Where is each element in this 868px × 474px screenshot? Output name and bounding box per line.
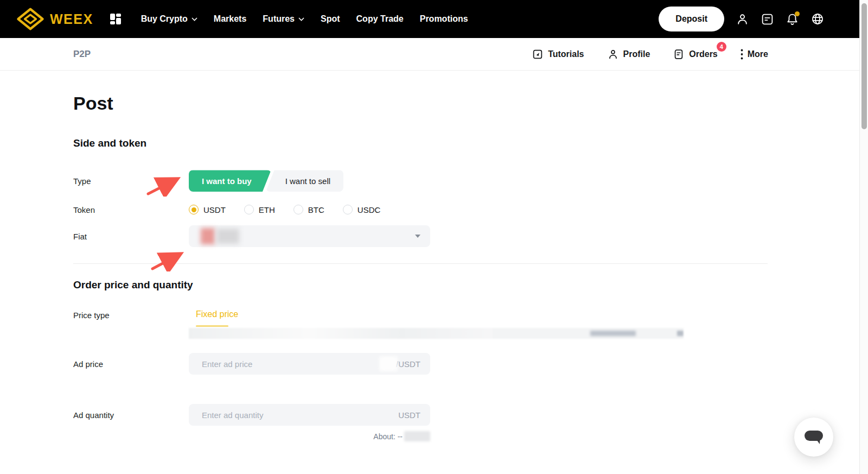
radio-eth[interactable]: ETH	[244, 205, 275, 214]
subnav-actions: Tutorials Profile Orders 4 More	[532, 48, 768, 60]
radio-label: USDT	[203, 205, 226, 214]
radio-selected-icon	[189, 205, 199, 214]
section-divider	[73, 263, 768, 264]
apps-grid-icon[interactable]	[110, 13, 122, 25]
menu-label: Promotions	[420, 14, 468, 24]
token-label: Token	[73, 205, 189, 214]
ad-quantity-label: Ad quantity	[73, 410, 189, 420]
top-navbar: WEEX Buy Crypto Markets Futures Spot Cop…	[0, 0, 859, 38]
breadcrumb-p2p[interactable]: P2P	[73, 49, 91, 60]
fiat-label: Fiat	[73, 232, 189, 241]
post-form: Post Side and token Type I want to buy I…	[0, 71, 859, 441]
brand-name: WEEX	[50, 11, 93, 27]
page-scrollbar	[859, 0, 868, 474]
profile-label: Profile	[623, 49, 650, 59]
token-radio-group: USDT ETH BTC USDC	[189, 205, 380, 214]
buy-sell-toggle: I want to buy I want to sell	[189, 170, 343, 192]
menu-label: Futures	[263, 14, 295, 24]
profile-icon[interactable]	[736, 12, 749, 26]
i-want-to-buy-button[interactable]: I want to buy	[189, 170, 271, 192]
support-chat-button[interactable]	[794, 418, 833, 457]
language-globe-icon[interactable]	[810, 12, 825, 26]
menu-label: Markets	[214, 14, 246, 24]
price-type-label: Price type	[73, 309, 189, 320]
type-label: Type	[73, 176, 189, 186]
select-caret-icon	[415, 235, 420, 238]
ad-price-input[interactable]	[201, 359, 379, 369]
redacted-amount	[404, 431, 430, 441]
ad-quantity-row: Ad quantity USDT	[73, 404, 859, 426]
ad-price-field: /USDT	[189, 353, 430, 375]
about-estimate: About: --	[189, 431, 430, 441]
section-order-price: Order price and quantity	[73, 279, 859, 291]
tutorials-button[interactable]: Tutorials	[532, 48, 584, 60]
chat-bubble-icon	[804, 429, 824, 445]
radio-usdt[interactable]: USDT	[189, 205, 226, 214]
menu-label: Buy Crypto	[141, 14, 188, 24]
chevron-down-icon	[298, 17, 304, 21]
radio-btc[interactable]: BTC	[293, 205, 324, 214]
suffix-text: /USDT	[396, 359, 420, 369]
token-row: Token USDT ETH BTC USDC	[73, 205, 859, 214]
menu-item-markets[interactable]: Markets	[214, 14, 246, 24]
fiat-row: Fiat	[73, 225, 859, 247]
menu-label: Spot	[321, 14, 340, 24]
tutorials-label: Tutorials	[548, 49, 584, 59]
chevron-down-icon	[192, 17, 197, 21]
radio-usdc[interactable]: USDC	[343, 205, 381, 214]
ad-price-row: Ad price /USDT	[73, 353, 859, 375]
menu-item-copy-trade[interactable]: Copy Trade	[356, 14, 404, 24]
ad-price-label: Ad price	[73, 359, 189, 369]
i-want-to-sell-button[interactable]: I want to sell	[266, 170, 343, 192]
weex-logo[interactable]: WEEX	[16, 8, 93, 30]
radio-unselected-icon	[244, 205, 254, 214]
redacted-description	[189, 328, 684, 339]
more-label: More	[748, 49, 768, 59]
messages-icon[interactable]	[761, 12, 774, 26]
deposit-button[interactable]: Deposit	[659, 7, 724, 31]
page-title: Post	[73, 93, 859, 113]
weex-diamond-icon	[16, 8, 44, 30]
ad-quantity-input[interactable]	[201, 410, 398, 420]
main-menu: Buy Crypto Markets Futures Spot Copy Tra…	[141, 14, 468, 24]
annotation-arrow-fiat	[149, 245, 189, 271]
menu-item-buy-crypto[interactable]: Buy Crypto	[141, 14, 197, 24]
type-row: Type I want to buy I want to sell	[73, 170, 859, 192]
menu-item-spot[interactable]: Spot	[321, 14, 340, 24]
about-text: About: --	[373, 432, 403, 441]
more-button[interactable]: More	[741, 49, 768, 60]
ad-quantity-field: USDT	[189, 404, 430, 426]
orders-badge: 4	[717, 42, 726, 52]
section-side-and-token: Side and token	[73, 137, 859, 149]
p2p-subnav: P2P Tutorials Profile Orders 4	[0, 38, 859, 71]
fixed-price-tab-underline	[196, 325, 228, 327]
ad-price-suffix: /USDT	[379, 356, 420, 371]
price-type-row: Price type Fixed price	[73, 309, 859, 339]
redacted-flag	[201, 228, 215, 244]
navbar-right: Deposit	[659, 7, 825, 31]
radio-label: BTC	[308, 205, 324, 214]
ad-quantity-suffix: USDT	[398, 410, 420, 420]
fiat-select[interactable]	[189, 225, 430, 247]
orders-button[interactable]: Orders 4	[673, 48, 717, 60]
redacted-currency	[216, 229, 239, 244]
notification-dot	[795, 11, 800, 16]
menu-item-futures[interactable]: Futures	[263, 14, 304, 24]
more-dots-icon	[741, 49, 743, 60]
radio-label: USDC	[358, 205, 381, 214]
orders-icon	[673, 48, 685, 60]
radio-unselected-icon	[293, 205, 303, 214]
profile-button[interactable]: Profile	[607, 48, 650, 60]
menu-item-promotions[interactable]: Promotions	[420, 14, 468, 24]
tutorials-icon	[532, 48, 544, 60]
scrollbar-thumb[interactable]	[861, 3, 867, 129]
menu-label: Copy Trade	[356, 14, 404, 24]
orders-label: Orders	[689, 49, 717, 59]
radio-unselected-icon	[343, 205, 353, 214]
notifications-bell-icon[interactable]	[786, 12, 799, 26]
radio-label: ETH	[259, 205, 275, 214]
fixed-price-tab[interactable]: Fixed price	[196, 309, 684, 319]
profile-icon	[607, 48, 619, 60]
redacted-fiat-code	[379, 356, 398, 371]
